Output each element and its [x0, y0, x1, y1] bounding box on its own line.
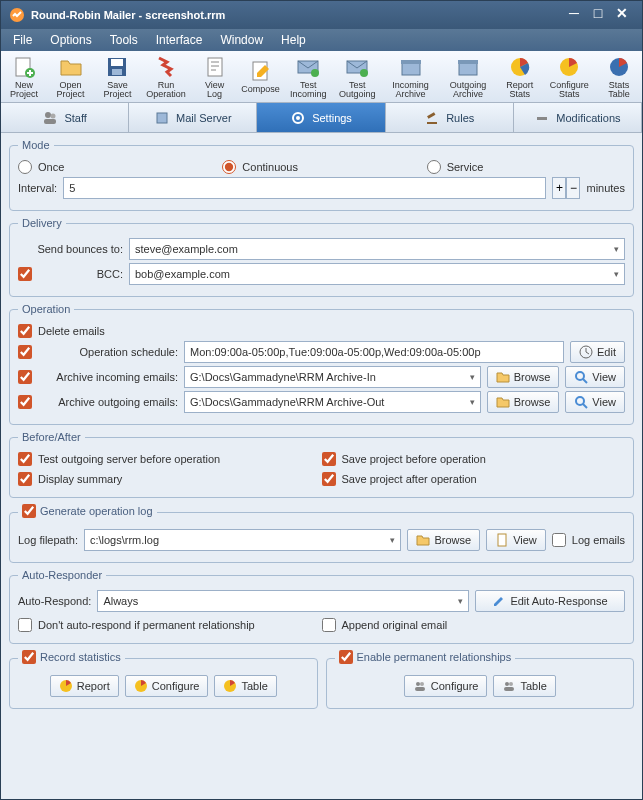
- svg-rect-21: [44, 119, 56, 124]
- dont-autorespond-checkbox[interactable]: [18, 618, 32, 632]
- svg-point-9: [311, 69, 319, 77]
- schedule-edit-button[interactable]: Edit: [570, 341, 625, 363]
- tb-test-outgoing[interactable]: Test Outgoing: [337, 53, 378, 101]
- mode-once-label: Once: [38, 161, 64, 173]
- tb-report-stats[interactable]: Report Stats: [501, 53, 539, 101]
- tb-open-project[interactable]: Open Project: [51, 53, 90, 101]
- relationships-checkbox[interactable]: [339, 650, 353, 664]
- bcc-checkbox[interactable]: [18, 267, 32, 281]
- log-filepath-label: Log filepath:: [18, 534, 78, 546]
- menu-file[interactable]: File: [5, 31, 40, 49]
- interval-spinner: + −: [552, 177, 580, 199]
- pie-chart-icon: [134, 679, 148, 693]
- tb-test-incoming[interactable]: Test Incoming: [288, 53, 329, 101]
- bounce-combo[interactable]: steve@example.com: [129, 238, 625, 260]
- toolbar: New Project Open Project Save Project Ru…: [1, 51, 642, 103]
- interval-plus[interactable]: +: [552, 177, 566, 199]
- stats-configure-button[interactable]: Configure: [125, 675, 209, 697]
- window-title: Round-Robin Mailer - screenshot.rrm: [31, 9, 562, 21]
- interval-input[interactable]: [63, 177, 546, 199]
- svg-rect-25: [427, 112, 435, 119]
- menu-window[interactable]: Window: [212, 31, 271, 49]
- tab-mail-server[interactable]: Mail Server: [129, 103, 257, 132]
- svg-point-20: [51, 113, 56, 118]
- tb-incoming-archive[interactable]: Incoming Archive: [386, 53, 435, 101]
- save-before-checkbox[interactable]: [322, 452, 336, 466]
- operation-legend: Operation: [18, 303, 74, 315]
- archive-in-browse-button[interactable]: Browse: [487, 366, 560, 388]
- archive-out-view-button[interactable]: View: [565, 391, 625, 413]
- pie-gear-icon: [557, 55, 581, 79]
- bcc-combo[interactable]: bob@example.com: [129, 263, 625, 285]
- wrench-icon: [534, 110, 550, 126]
- delete-emails-checkbox[interactable]: [18, 324, 32, 338]
- tb-save-project[interactable]: Save Project: [98, 53, 136, 101]
- stats-checkbox[interactable]: [22, 650, 36, 664]
- tb-view-log[interactable]: View Log: [196, 53, 234, 101]
- relationships-legend: Enable permanent relationships: [335, 650, 516, 666]
- minimize-button[interactable]: ─: [562, 5, 586, 25]
- gen-log-checkbox[interactable]: [22, 504, 36, 518]
- interval-label: Interval:: [18, 182, 57, 194]
- tb-stats-table[interactable]: Stats Table: [600, 53, 638, 101]
- interval-minus[interactable]: −: [566, 177, 580, 199]
- mode-group: Mode Once Continuous Service Interval: +…: [9, 139, 634, 211]
- dont-autorespond-label: Don't auto-respond if permanent relation…: [38, 619, 255, 631]
- tb-outgoing-archive[interactable]: Outgoing Archive: [443, 53, 492, 101]
- log-browse-button[interactable]: Browse: [407, 529, 480, 551]
- archive-in-checkbox[interactable]: [18, 370, 32, 384]
- svg-point-29: [576, 372, 584, 380]
- summary-label: Display summary: [38, 473, 122, 485]
- log-view-button[interactable]: View: [486, 529, 546, 551]
- compose-icon: [249, 59, 273, 83]
- tb-compose[interactable]: Compose: [242, 57, 280, 96]
- svg-point-11: [360, 69, 368, 77]
- before-after-legend: Before/After: [18, 431, 85, 443]
- archive-out-combo[interactable]: G:\Docs\Gammadyne\RRM Archive-Out: [184, 391, 481, 413]
- tab-staff[interactable]: Staff: [1, 103, 129, 132]
- rel-configure-button[interactable]: Configure: [404, 675, 488, 697]
- tab-settings[interactable]: Settings: [257, 103, 385, 132]
- tb-new-project[interactable]: New Project: [5, 53, 43, 101]
- mode-continuous-radio[interactable]: [222, 160, 236, 174]
- autorespond-mode-combo[interactable]: Always: [97, 590, 469, 612]
- summary-checkbox[interactable]: [18, 472, 32, 486]
- archive-in-combo[interactable]: G:\Docs\Gammadyne\RRM Archive-In: [184, 366, 481, 388]
- archive-in-icon: [399, 55, 423, 79]
- svg-rect-26: [427, 122, 437, 124]
- svg-point-24: [296, 116, 300, 120]
- append-email-checkbox[interactable]: [322, 618, 336, 632]
- archive-out-checkbox[interactable]: [18, 395, 32, 409]
- rel-table-button[interactable]: Table: [493, 675, 555, 697]
- close-button[interactable]: ✕: [610, 5, 634, 25]
- stats-table-button[interactable]: Table: [214, 675, 276, 697]
- edit-autoresponse-button[interactable]: Edit Auto-Response: [475, 590, 625, 612]
- svg-rect-22: [157, 113, 167, 123]
- test-server-checkbox[interactable]: [18, 452, 32, 466]
- log-filepath-combo[interactable]: c:\logs\rrm.log: [84, 529, 402, 551]
- menu-interface[interactable]: Interface: [148, 31, 211, 49]
- tb-configure-stats[interactable]: Configure Stats: [547, 53, 592, 101]
- menu-tools[interactable]: Tools: [102, 31, 146, 49]
- mode-service-radio[interactable]: [427, 160, 441, 174]
- log-emails-checkbox[interactable]: [552, 533, 566, 547]
- maximize-button[interactable]: □: [586, 5, 610, 25]
- svg-rect-6: [208, 58, 222, 76]
- schedule-input[interactable]: [184, 341, 564, 363]
- tb-run-operation[interactable]: Run Operation: [145, 53, 188, 101]
- stats-report-button[interactable]: Report: [50, 675, 119, 697]
- tab-rules[interactable]: Rules: [386, 103, 514, 132]
- mode-once-radio[interactable]: [18, 160, 32, 174]
- archive-in-label: Archive incoming emails:: [38, 371, 178, 383]
- schedule-checkbox[interactable]: [18, 345, 32, 359]
- tab-modifications[interactable]: Modifications: [514, 103, 642, 132]
- menu-help[interactable]: Help: [273, 31, 314, 49]
- svg-rect-5: [112, 69, 122, 75]
- menu-options[interactable]: Options: [42, 31, 99, 49]
- archive-in-view-button[interactable]: View: [565, 366, 625, 388]
- save-after-checkbox[interactable]: [322, 472, 336, 486]
- pie-chart-icon: [59, 679, 73, 693]
- log-emails-label: Log emails: [572, 534, 625, 546]
- archive-out-browse-button[interactable]: Browse: [487, 391, 560, 413]
- settings-panel: Mode Once Continuous Service Interval: +…: [1, 133, 642, 799]
